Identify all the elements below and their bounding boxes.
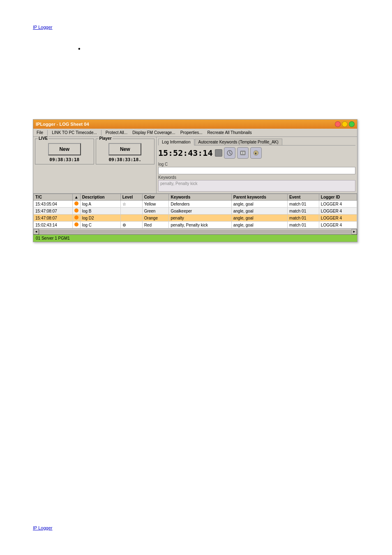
live-new-button[interactable]: New [48,143,81,155]
timecode-display: 15:52:43:14 [158,148,212,158]
cell-level [120,208,142,215]
table-row[interactable]: 15:02:43:14 log C ⚙ Red penalty, Penalty… [34,222,357,229]
svg-rect-3 [243,152,244,154]
col-header-parent: Parent keywords [231,194,287,201]
col-header-event: Event [288,194,319,201]
tab-bar: Log Information Autocreate Keywords (Tem… [158,139,355,146]
cell-keywords: Goalkeeper [169,208,231,215]
cell-desc: log D2 [80,215,120,222]
cell-parent: angle, goal [231,222,287,229]
cell-color: Green [142,208,169,215]
cell-keywords: penalty [169,215,231,222]
live-label: LIVE [38,136,48,141]
scroll-left[interactable]: ◄ [33,229,39,235]
table-row[interactable]: 15:47:08:07 log D2 Orange penalty angle,… [34,215,357,222]
cell-desc: log C [80,222,120,229]
svg-rect-2 [241,152,242,154]
color-swatch [215,149,222,157]
menu-link-tc[interactable]: LINK TO PC Timecode... [50,130,99,136]
col-header-logger: Logger ID [319,194,357,201]
left-panel: LIVE New 09:38:33:18 Player New 09:38:33… [33,137,157,193]
cell-tc: 15:43:05:04 [34,201,73,208]
cell-dot [72,208,80,215]
col-header-color: Color [142,194,169,201]
top-link[interactable]: IP Logger [33,25,53,30]
col-header-level: Level [120,194,142,201]
cell-event: match 01 [288,201,319,208]
col-header-keywords: Keywords [169,194,231,201]
cell-parent: angle, goal [231,201,287,208]
keywords-field-label: Keywords [158,175,355,180]
cell-parent: angle, goal [231,208,287,215]
table-row[interactable]: 15:47:08:07 log B Green Goalkeeper angle… [34,208,357,215]
status-text: 01 Server 1 PGM1 [36,236,70,240]
cell-desc: log A [80,201,120,208]
app-window: IPLogger - LOG Sheet 04 File LINK TO PC … [33,119,357,242]
menu-separator-1 [47,130,48,136]
cell-logger-id: LOGGER 4 [319,208,357,215]
cell-tc: 15:02:43:14 [34,222,73,229]
live-player-row: LIVE New 09:38:33:18 Player New 09:38:33… [35,139,154,164]
table-row[interactable]: 15:43:05:04 log A ☆ Yellow Defenders ang… [34,201,357,208]
control-buttons: ♦ [215,147,262,159]
cell-dot [72,215,80,222]
menu-protect-all[interactable]: Protect All... [104,130,129,136]
cell-keywords: Defenders [169,201,231,208]
col-header-desc: Description [80,194,120,201]
svg-text:♦: ♦ [255,151,257,155]
cell-parent: angle, goal [231,215,287,222]
bottom-link[interactable]: IP Logger [33,525,53,530]
cell-dot [72,222,80,229]
data-table: T/C ▲ Description Level Color Keywords P… [33,194,357,229]
cell-color: Orange [142,215,169,222]
ctrl-btn-1[interactable] [224,147,235,159]
cell-level: ⚙ [120,222,142,229]
cell-tc: 15:47:08:07 [34,208,73,215]
live-section: LIVE New 09:38:33:18 [35,139,94,164]
tab-log-info[interactable]: Log Information [158,139,194,146]
player-section: Player New 09:38:33:18. [96,139,155,164]
window-title: IPLogger - LOG Sheet 04 [36,122,89,127]
cell-event: match 01 [288,215,319,222]
menu-properties[interactable]: Properties... [179,130,204,136]
content-area: LIVE New 09:38:33:18 Player New 09:38:33… [33,137,357,193]
scroll-area: ◄ ► [33,229,357,234]
title-bar: IPLogger - LOG Sheet 04 [33,120,357,129]
menu-bar: File LINK TO PC Timecode... Protect All.… [33,129,357,137]
table-header-row: T/C ▲ Description Level Color Keywords P… [34,194,357,201]
cell-logger-id: LOGGER 4 [319,222,357,229]
cell-level [120,215,142,222]
cell-tc: 15:47:08:07 [34,215,73,222]
maximize-button[interactable] [349,121,355,127]
cell-color: Yellow [142,201,169,208]
cell-logger-id: LOGGER 4 [319,215,357,222]
right-panel: Log Information Autocreate Keywords (Tem… [157,137,357,193]
scroll-right[interactable]: ► [351,229,357,235]
player-new-button[interactable]: New [108,143,141,155]
ctrl-btn-2[interactable] [237,147,249,159]
live-timecode: 09:38:33:18 [49,157,79,162]
menu-file[interactable]: File [35,130,45,136]
col-header-tc: T/C [34,194,73,201]
scroll-track[interactable] [39,230,351,234]
menu-separator-2 [101,130,101,136]
window-controls [335,121,355,127]
keywords-display: penalty, Penalty kick [158,180,355,192]
ctrl-btn-3[interactable]: ♦ [250,147,262,159]
svg-rect-1 [240,151,245,155]
cell-logger-id: LOGGER 4 [319,201,357,208]
cell-keywords: penalty, Penalty kick [169,222,231,229]
menu-display-fm[interactable]: Display FM Coverage... [131,130,177,136]
close-button[interactable] [335,121,341,127]
tab-autocreate[interactable]: Autocreate Keywords (Template Profile_AK… [195,139,282,145]
cell-event: match 01 [288,208,319,215]
col-header-sort[interactable]: ▲ [72,194,80,201]
cell-dot [72,201,80,208]
log-c-field-label: log C [158,162,355,166]
menu-recreate-thumbnails[interactable]: Recreate All Thumbnails [206,130,254,136]
cell-event: match 01 [288,222,319,229]
log-c-input[interactable] [158,167,355,174]
data-table-area: T/C ▲ Description Level Color Keywords P… [33,193,357,229]
live-content: New 09:38:33:18 [37,141,92,162]
minimize-button[interactable] [342,121,348,127]
